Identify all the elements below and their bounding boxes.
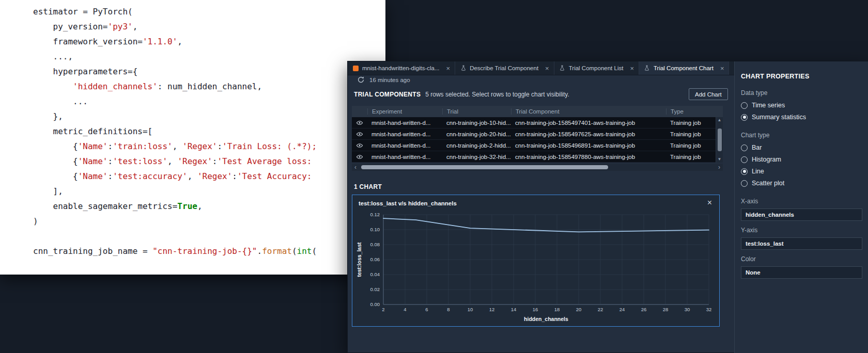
svg-text:20: 20: [576, 307, 582, 312]
svg-text:8: 8: [447, 307, 450, 312]
radio-scatter-plot[interactable]: Scatter plot: [741, 178, 862, 188]
scroll-down-icon[interactable]: ▼: [718, 157, 722, 162]
add-chart-button[interactable]: Add Chart: [689, 88, 728, 100]
color-select[interactable]: None: [741, 266, 862, 279]
radio-icon: [741, 145, 748, 151]
table-header-row: ExperimentTrialTrial ComponentType: [352, 106, 723, 117]
chart-card: test:loss_last v/s hidden_channels × 0.0…: [352, 195, 720, 327]
svg-text:0.12: 0.12: [370, 212, 380, 217]
x-axis-label: X-axis: [741, 198, 862, 205]
scroll-right-icon[interactable]: ›: [716, 164, 723, 171]
desktop: estimator = PyTorch( py_version='py3', f…: [0, 0, 868, 353]
svg-text:0.02: 0.02: [370, 286, 380, 292]
tab-describe-trial-component[interactable]: Describe Trial Component×: [455, 61, 554, 75]
svg-text:30: 30: [685, 307, 690, 312]
code-line: cnn_training_job_name = "cnn-training-jo…: [33, 244, 385, 259]
svg-text:18: 18: [554, 307, 560, 312]
notebook-icon: [352, 65, 359, 72]
column-header[interactable]: Type: [666, 108, 723, 115]
scroll-left-icon[interactable]: ‹: [352, 164, 359, 171]
vertical-scrollbar[interactable]: ▲ ▼: [716, 117, 723, 163]
radio-time-series[interactable]: Time series: [741, 100, 862, 110]
eye-icon: [356, 153, 363, 161]
chart-type-options: BarHistogramLineScatter plot: [741, 142, 862, 188]
radio-icon: [741, 102, 748, 109]
radio-icon: [741, 180, 748, 187]
svg-text:12: 12: [489, 307, 495, 312]
flask-icon: [460, 65, 467, 72]
cell-type: Training job: [666, 154, 723, 160]
tab-close-icon[interactable]: ×: [630, 65, 634, 72]
code-line: py_version='py3',: [33, 19, 385, 34]
visibility-toggle[interactable]: [352, 131, 367, 138]
vertical-scroll-thumb[interactable]: [718, 129, 722, 151]
tab-label: Describe Trial Component: [470, 65, 538, 71]
cell-experiment: mnist-hand-written-d...: [367, 120, 442, 126]
sagemaker-studio-window: mnist-handwritten-digits-cla...×Describe…: [347, 61, 868, 353]
svg-text:test:loss_last: test:loss_last: [356, 242, 362, 277]
visibility-toggle[interactable]: [352, 119, 367, 126]
code-line: metric_definitions=[: [33, 124, 385, 139]
flask-icon: [644, 65, 650, 72]
radio-histogram[interactable]: Histogram: [741, 154, 862, 165]
svg-text:0.04: 0.04: [370, 271, 380, 277]
x-axis-select[interactable]: hidden_channels: [741, 208, 862, 221]
y-axis-value: test:loss_last: [746, 240, 784, 247]
cell-type: Training job: [666, 142, 723, 149]
tab-trial-component-list[interactable]: Trial Component List×: [554, 61, 639, 75]
radio-summary-statistics[interactable]: Summary statistics: [741, 112, 862, 122]
column-header[interactable]: Trial: [442, 108, 511, 115]
cell-type: Training job: [666, 131, 723, 137]
radio-icon: [741, 114, 748, 121]
tab-close-icon[interactable]: ×: [545, 65, 549, 72]
radio-label: Scatter plot: [752, 180, 784, 187]
radio-label: Summary statistics: [752, 114, 806, 121]
column-header[interactable]: Experiment: [367, 108, 442, 115]
svg-text:10: 10: [468, 307, 473, 312]
svg-text:0.06: 0.06: [370, 256, 380, 262]
svg-text:14: 14: [511, 307, 517, 312]
scroll-up-icon[interactable]: ▲: [718, 118, 722, 123]
tab-trial-component-chart[interactable]: Trial Component Chart×: [639, 61, 730, 75]
last-refreshed-text: 16 minutes ago: [369, 77, 410, 83]
tab-bar: mnist-handwritten-digits-cla...×Describe…: [348, 61, 734, 75]
chart-close-icon[interactable]: ×: [707, 198, 712, 207]
tab-mnist-handwritten-digits-cla[interactable]: mnist-handwritten-digits-cla...×: [348, 61, 455, 75]
cell-trial-component: cnn-training-job-1585497880-aws-training…: [511, 154, 666, 160]
x-axis-value: hidden_channels: [746, 212, 794, 218]
tab-close-icon[interactable]: ×: [720, 65, 724, 72]
svg-text:2: 2: [382, 307, 384, 312]
svg-text:hidden_channels: hidden_channels: [524, 316, 568, 322]
radio-bar[interactable]: Bar: [741, 142, 862, 153]
code-line: {'Name':'train:loss', 'Regex':'Train Los…: [33, 139, 385, 154]
tab-close-icon[interactable]: ×: [446, 65, 451, 72]
radio-line[interactable]: Line: [741, 166, 862, 176]
column-header[interactable]: Trial Component: [511, 108, 666, 115]
trial-components-subtitle: 5 rows selected. Select rows to toggle c…: [425, 91, 569, 98]
visibility-toggle[interactable]: [352, 153, 367, 161]
horizontal-scrollbar[interactable]: ‹ ›: [352, 164, 723, 171]
table-row[interactable]: mnist-hand-written-d...cnn-training-job-…: [352, 117, 723, 129]
cell-trial-component: cnn-training-job-1585497625-aws-training…: [511, 131, 666, 137]
y-axis-select[interactable]: test:loss_last: [741, 237, 862, 250]
notebook-code-cell[interactable]: estimator = PyTorch( py_version='py3', f…: [0, 0, 385, 275]
tab-label: Trial Component List: [569, 65, 624, 71]
horizontal-scroll-thumb[interactable]: [361, 165, 608, 169]
code-line: hyperparameters={: [33, 64, 385, 79]
table-row[interactable]: mnist-hand-written-d...cnn-training-job-…: [352, 140, 723, 151]
code-line: ],: [33, 184, 385, 199]
code-line: {'Name':'test:accuracy', 'Regex':'Test A…: [33, 169, 385, 184]
tab-label: Trial Component Chart: [654, 65, 714, 71]
cell-experiment: mnist-hand-written-d...: [367, 142, 442, 149]
color-label: Color: [741, 255, 862, 263]
refresh-button[interactable]: [357, 76, 365, 84]
trial-components-title: TRIAL COMPONENTS: [354, 91, 421, 98]
code-line: [33, 229, 385, 244]
radio-label: Line: [752, 168, 764, 175]
radio-label: Bar: [752, 144, 762, 151]
code-line: {'Name':'test:loss', 'Regex':'Test Avera…: [33, 154, 385, 169]
cell-experiment: mnist-hand-written-d...: [367, 154, 442, 160]
table-row[interactable]: mnist-hand-written-d...cnn-training-job-…: [352, 129, 723, 140]
visibility-toggle[interactable]: [352, 142, 367, 149]
table-row[interactable]: mnist-hand-written-d...cnn-training-job-…: [352, 151, 723, 163]
